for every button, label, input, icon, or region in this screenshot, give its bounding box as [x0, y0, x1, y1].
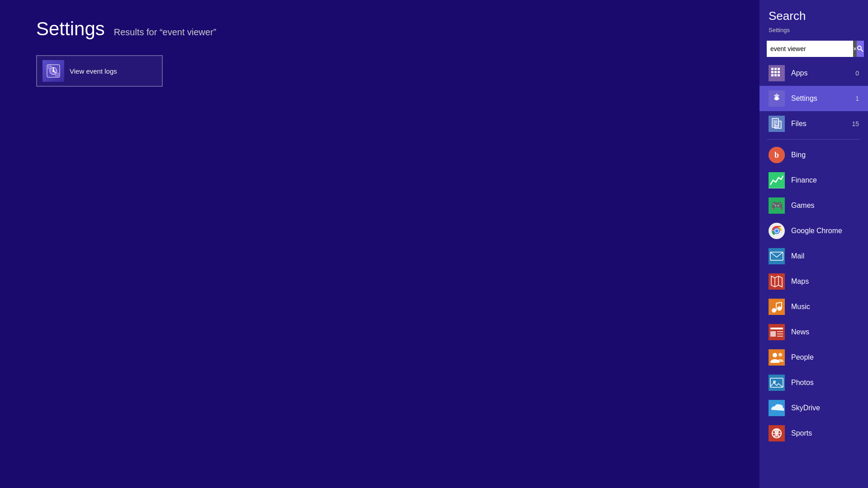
files-icon: [769, 116, 785, 132]
sidebar-scope: Settings: [769, 27, 859, 33]
app-bing-label: Bing: [791, 151, 859, 159]
svg-rect-12: [771, 71, 774, 73]
news-icon: [769, 324, 785, 340]
app-finance-label: Finance: [791, 176, 859, 184]
app-music-label: Music: [791, 303, 859, 311]
sidebar-header: Search Settings: [760, 0, 868, 41]
category-apps[interactable]: Apps 0: [760, 61, 868, 86]
svg-rect-9: [771, 68, 774, 70]
search-clear-button[interactable]: ×: [853, 41, 857, 57]
category-settings[interactable]: Settings 1: [760, 86, 868, 111]
svg-point-53: [773, 353, 777, 357]
search-input[interactable]: [767, 41, 853, 57]
app-chrome-label: Google Chrome: [791, 227, 859, 235]
svg-line-8: [861, 49, 863, 52]
svg-text:🎮: 🎮: [771, 200, 783, 212]
app-item-games[interactable]: 🎮 Games: [760, 193, 868, 218]
svg-rect-17: [778, 74, 780, 76]
app-item-mail[interactable]: Mail: [760, 244, 868, 269]
svg-rect-13: [774, 71, 777, 73]
svg-text:b: b: [774, 150, 779, 160]
header-row: Settings Results for “event viewer”: [36, 18, 511, 42]
finance-icon: [769, 172, 785, 188]
settings-icon: [769, 90, 785, 107]
app-games-label: Games: [791, 202, 859, 210]
svg-rect-52: [769, 349, 785, 366]
svg-point-41: [772, 308, 776, 313]
mail-icon: [769, 248, 785, 264]
maps-icon: [769, 273, 785, 290]
svg-rect-6: [55, 73, 59, 76]
svg-rect-10: [774, 68, 777, 70]
svg-rect-51: [777, 336, 783, 337]
app-item-maps[interactable]: Maps: [760, 269, 868, 294]
app-mail-label: Mail: [791, 252, 859, 260]
svg-rect-50: [777, 333, 783, 334]
app-item-bing[interactable]: b Bing: [760, 142, 868, 168]
app-skydrive-label: SkyDrive: [791, 404, 859, 412]
category-settings-label: Settings: [791, 94, 855, 103]
app-maps-label: Maps: [791, 277, 859, 286]
svg-rect-63: [774, 436, 779, 436]
main-content: Settings Results for “event viewer” View…: [0, 0, 547, 488]
people-icon: [769, 349, 785, 366]
svg-rect-55: [769, 375, 785, 391]
results-subtitle: Results for “event viewer”: [114, 27, 217, 38]
svg-rect-48: [770, 331, 776, 337]
sports-icon: [769, 425, 785, 441]
apps-icon: [769, 65, 785, 81]
sidebar: Search Settings × A: [760, 0, 868, 488]
svg-rect-5: [48, 66, 52, 69]
category-apps-label: Apps: [791, 69, 855, 77]
svg-rect-11: [778, 68, 780, 70]
svg-point-4: [52, 70, 54, 72]
app-item-google-chrome[interactable]: Google Chrome: [760, 218, 868, 244]
app-item-news[interactable]: News: [760, 319, 868, 345]
app-item-finance[interactable]: Finance: [760, 168, 868, 193]
app-item-photos[interactable]: Photos: [760, 370, 868, 395]
category-apps-count: 0: [855, 70, 859, 77]
svg-rect-14: [778, 71, 780, 73]
app-item-people[interactable]: People: [760, 345, 868, 370]
event-logs-icon: [42, 60, 64, 82]
app-item-skydrive[interactable]: SkyDrive: [760, 395, 868, 421]
svg-point-7: [858, 46, 861, 50]
app-photos-label: Photos: [791, 379, 859, 387]
search-box-container: ×: [767, 41, 861, 57]
svg-rect-47: [770, 328, 783, 329]
sidebar-title: Search: [769, 9, 859, 23]
result-label: View event logs: [70, 67, 117, 75]
music-icon: [769, 299, 785, 315]
result-item-view-event-logs[interactable]: View event logs: [36, 55, 163, 87]
svg-point-54: [778, 353, 782, 357]
chrome-icon: [769, 223, 785, 239]
divider: [767, 139, 861, 140]
app-item-music[interactable]: Music: [760, 294, 868, 319]
svg-rect-49: [777, 331, 783, 332]
app-sports-label: Sports: [791, 429, 859, 437]
category-files-label: Files: [791, 120, 852, 128]
page-title: Settings: [36, 18, 105, 40]
skydrive-icon: [769, 400, 785, 416]
app-item-sports[interactable]: Sports: [760, 421, 868, 446]
app-news-label: News: [791, 328, 859, 336]
search-go-button[interactable]: [857, 41, 864, 57]
photos-icon: [769, 375, 785, 391]
svg-rect-62: [776, 434, 778, 436]
games-icon: 🎮: [769, 197, 785, 214]
app-people-label: People: [791, 353, 859, 361]
svg-rect-34: [769, 248, 785, 264]
svg-point-42: [777, 306, 782, 311]
svg-point-33: [775, 230, 778, 233]
category-settings-count: 1: [855, 95, 859, 102]
bing-icon: b: [769, 147, 785, 163]
svg-rect-16: [774, 74, 777, 76]
category-files-count: 15: [852, 120, 859, 127]
svg-rect-15: [771, 74, 774, 76]
category-files[interactable]: Files 15: [760, 111, 868, 136]
